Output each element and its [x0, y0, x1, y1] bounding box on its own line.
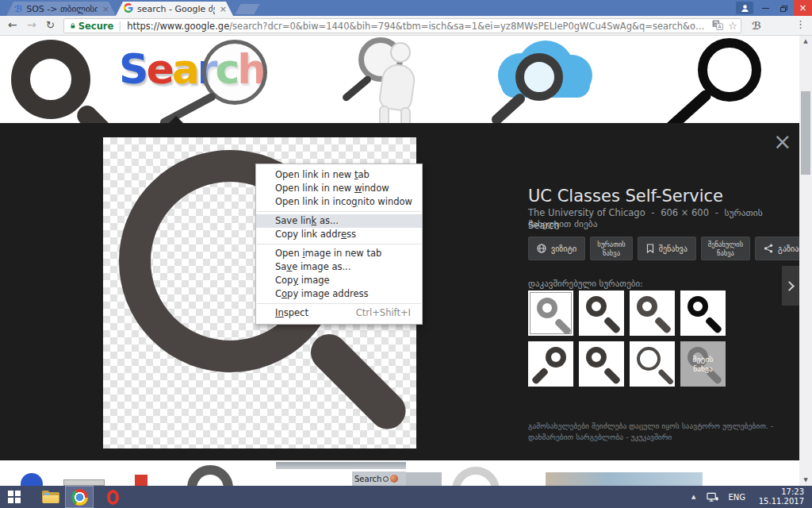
tab-google-search[interactable]: search - Google ძებნა × — [116, 2, 233, 16]
menu-item-copy-link-address[interactable]: Copy link address — [256, 228, 422, 241]
figure-head — [390, 42, 411, 63]
menu-separator — [257, 244, 421, 244]
file-explorer-button[interactable] — [36, 486, 65, 508]
tab-favicon-b-icon: ℬ — [14, 4, 22, 14]
preview-source: The University of Chicago — [528, 207, 645, 218]
extension-b-icon[interactable]: ℬ — [752, 20, 761, 32]
menu-shortcut: Ctrl+Shift+I — [356, 306, 411, 320]
system-tray: ▲ ENG 17:23 15.11.2017 — [691, 486, 812, 508]
tray-expand-icon[interactable]: ▲ — [691, 494, 695, 500]
bookmark-star-icon[interactable]: ☆ — [728, 20, 737, 32]
small-magnifier-icon — [383, 476, 389, 482]
preview-dimensions: 606 × 600 — [661, 207, 709, 218]
chrome-taskbar-button[interactable] — [65, 486, 94, 508]
related-thumbnail[interactable] — [579, 291, 624, 336]
back-button[interactable]: ← — [8, 18, 17, 31]
letter: S — [119, 45, 146, 93]
minimize-icon — [762, 8, 769, 9]
related-thumbnail-selected[interactable] — [528, 291, 573, 336]
related-thumbnail[interactable] — [579, 341, 624, 387]
window-close-button[interactable]: × — [794, 0, 812, 16]
lens-handle — [159, 91, 217, 123]
clock[interactable]: 17:23 15.11.2017 — [756, 487, 804, 507]
searchbar-label: Search — [354, 475, 381, 483]
preview-subtitle: The University of Chicago - 606 × 600 - … — [528, 207, 799, 229]
restore-icon-front — [780, 7, 786, 12]
magnifier-handle — [73, 102, 126, 123]
next-image-button[interactable] — [782, 266, 799, 306]
menu-item-save-link-as[interactable]: Save link as... — [256, 214, 422, 228]
partial-result-image[interactable] — [63, 479, 105, 486]
network-icon[interactable] — [707, 492, 718, 502]
partial-result-searchbar[interactable]: Search — [276, 462, 406, 486]
menu-separator — [257, 303, 421, 304]
menu-item-copy-image[interactable]: Copy image — [256, 274, 422, 287]
browser-toolbar: ← → ↻ Secure | https://www.google.ge/sea… — [0, 16, 812, 36]
view-saved-button[interactable]: შენახულის ნახვა — [701, 237, 750, 260]
view-image-button[interactable]: სურათის ნახვა — [590, 237, 633, 260]
partial-result-image[interactable] — [546, 472, 703, 486]
google-favicon-icon — [124, 3, 133, 15]
related-thumbnails: მეტის ნახვა — [528, 291, 734, 387]
folder-icon — [42, 491, 59, 504]
secure-label: Secure — [79, 21, 114, 32]
view-image-line2: ნახვა — [603, 249, 620, 257]
related-thumbnail[interactable] — [630, 291, 675, 336]
menu-item-open-image-new-tab[interactable]: Open image in new tab — [256, 247, 422, 260]
opera-taskbar-button[interactable] — [98, 486, 127, 508]
bookmark-icon — [646, 244, 654, 253]
related-thumbnail-more[interactable]: მეტის ნახვა — [680, 341, 726, 387]
image-results-bottom-strip: Search — [0, 460, 799, 486]
tab-sos[interactable]: ℬ SOS -> თბილისის ფო × — [6, 2, 116, 16]
chrome-icon — [71, 489, 88, 506]
magnifier-ring — [537, 298, 557, 318]
scroll-down-arrow-icon[interactable]: ▲ — [799, 475, 812, 486]
panel-close-icon[interactable]: × — [773, 131, 791, 153]
url-path: /search?dcr=0&biw=1440&bih=794&tbm=isch&… — [229, 21, 707, 32]
time: 17:23 — [781, 487, 804, 496]
menu-item-open-link-incognito[interactable]: Open link in incognito window — [256, 195, 422, 209]
window-restore-button[interactable] — [775, 0, 794, 16]
menu-item-copy-image-address[interactable]: Copy image address — [256, 287, 422, 301]
language-indicator[interactable]: ENG — [728, 493, 745, 502]
save-button[interactable]: შენახვა — [638, 237, 696, 260]
menu-item-open-link-new-tab[interactable]: Open link in new tab — [256, 168, 422, 182]
reload-button[interactable]: ↻ — [46, 19, 55, 31]
window-minimize-button[interactable] — [756, 0, 775, 16]
date: 15.11.2017 — [759, 497, 804, 506]
start-button[interactable] — [0, 486, 29, 508]
forward-button[interactable]: → — [27, 18, 36, 31]
more-line1: მეტის — [693, 355, 714, 364]
visit-button[interactable]: ვიზიტი — [528, 237, 585, 260]
related-thumbnail[interactable] — [680, 291, 726, 336]
menu-item-open-link-new-window[interactable]: Open link in new window — [256, 182, 422, 195]
translate-icon[interactable] — [712, 20, 723, 33]
visit-label: ვიზიტი — [551, 244, 576, 253]
tab-close-icon[interactable]: × — [220, 4, 227, 14]
scroll-up-arrow-icon[interactable]: ▲ — [799, 36, 812, 47]
url-host: https://www.google.ge — [127, 21, 229, 32]
partial-result-image[interactable] — [135, 475, 147, 486]
menu-item-save-image-as[interactable]: Save image as... — [256, 260, 422, 274]
partial-result-image[interactable] — [187, 465, 233, 486]
page-scrollbar[interactable]: ▲ ▲ — [799, 36, 812, 486]
figure-magnifier-handle — [341, 75, 372, 102]
scrollbar-thumb[interactable] — [801, 91, 810, 175]
partial-result-image[interactable] — [452, 467, 500, 486]
magnifier-handle — [554, 318, 573, 336]
menu-item-inspect[interactable]: InspectCtrl+Shift+I — [256, 306, 422, 320]
preview-magnifier-handle — [303, 326, 413, 437]
partial-result-image[interactable] — [21, 473, 43, 486]
profile-button[interactable] — [736, 2, 753, 14]
related-thumbnail[interactable] — [528, 341, 573, 387]
chrome-menu-icon[interactable]: ⋮ — [795, 18, 806, 30]
tab-close-icon[interactable]: × — [102, 4, 109, 14]
address-bar[interactable]: Secure | https://www.google.ge/search?dc… — [63, 18, 741, 33]
partial-result-image[interactable] — [406, 472, 442, 486]
browser-titlebar: ℬ SOS -> თბილისის ფო × search - Google ძ… — [0, 0, 812, 16]
figure-leg — [400, 107, 411, 123]
chevron-right-icon — [784, 281, 795, 291]
windows-taskbar: ▲ ENG 17:23 15.11.2017 — [0, 486, 812, 508]
related-thumbnail[interactable] — [630, 341, 675, 387]
new-tab-button[interactable] — [236, 4, 260, 14]
